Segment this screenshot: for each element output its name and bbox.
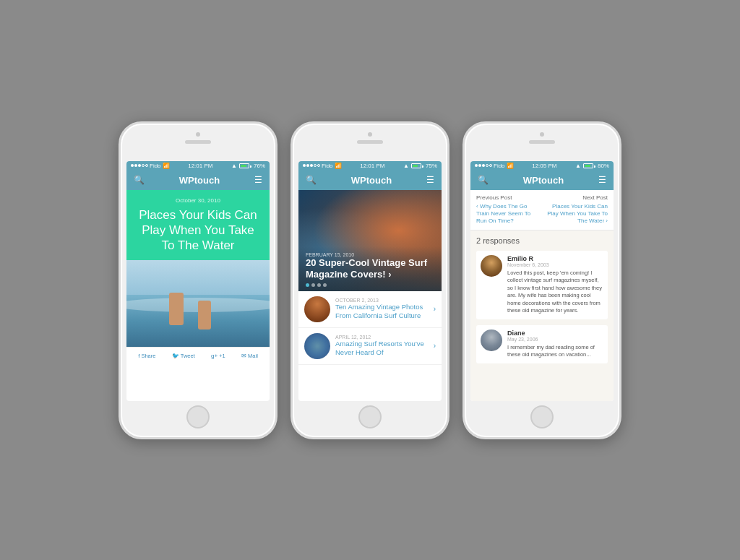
phone3-content: Previous Post ‹ Why Does The Go Train Ne… — [470, 190, 614, 401]
phone-bottom-2 — [358, 405, 382, 428]
d2 — [306, 164, 309, 167]
hero-card[interactable]: February 15, 2010 20 Super-Cool Vintage … — [298, 190, 442, 291]
comment-body-2: Diane May 23, 2006 I remember my dad rea… — [507, 329, 603, 359]
prev-label: Previous Post — [476, 194, 541, 201]
battery-fill-3 — [585, 165, 590, 167]
navbar-1: 🔍 WPtouch ☰ — [126, 171, 270, 190]
list-arrow-1: › — [434, 305, 436, 313]
time-1: 12:01 PM — [188, 163, 212, 169]
menu-icon-2[interactable]: ☰ — [426, 175, 434, 185]
battery-tip-3 — [594, 165, 595, 168]
comment-1: Emilio R November 6, 2003 Loved this pos… — [476, 251, 608, 319]
twitter-label: Tweet — [181, 353, 195, 359]
status-bar-3: Fido 📶 12:05 PM ▲ 80% — [470, 161, 614, 171]
battery-3 — [583, 163, 595, 168]
status-right-3: ▲ 80% — [575, 163, 609, 169]
avatar1-bg — [481, 255, 502, 277]
list-item-2[interactable]: April 12, 2012 Amazing Surf Resorts You'… — [298, 328, 442, 365]
list-item-1[interactable]: October 2, 2013 Ten Amazing Vintage Phot… — [298, 291, 442, 328]
battery-1 — [239, 163, 251, 168]
navbar-title-3: WPtouch — [523, 175, 564, 186]
prev-section: Previous Post ‹ Why Does The Go Train Ne… — [476, 194, 541, 225]
home-button-3[interactable] — [530, 405, 554, 428]
carrier-1: Fido — [150, 163, 161, 169]
next-section: Next Post Places Your Kids Can Play When… — [543, 194, 608, 225]
e2 — [478, 164, 481, 167]
search-icon-1[interactable]: 🔍 — [134, 175, 145, 185]
menu-icon-3[interactable]: ☰ — [598, 175, 606, 185]
screen-2: Fido 📶 12:01 PM ▲ 75% 🔍 — [298, 161, 442, 401]
dot5 — [145, 164, 148, 167]
google-share-button[interactable]: g+ +1 — [211, 353, 225, 359]
list-thumb-2 — [304, 333, 330, 359]
mail-share-button[interactable]: ✉ Mail — [241, 353, 258, 359]
navbar-3: 🔍 WPtouch ☰ — [470, 171, 614, 190]
hero-dot-4 — [323, 283, 327, 287]
search-icon-3[interactable]: 🔍 — [478, 175, 489, 185]
article-title: Places Your Kids Can Play When You Take … — [135, 207, 261, 254]
hero-date: February 15, 2010 — [306, 252, 434, 257]
signal-dots-3 — [475, 164, 492, 167]
avatar2-bg — [481, 329, 502, 351]
facebook-share-button[interactable]: f Share — [138, 353, 155, 359]
wifi-icon-2: 📶 — [335, 163, 342, 169]
comment-body-1: Emilio R November 6, 2003 Loved this pos… — [507, 255, 603, 315]
time-2: 12:01 PM — [360, 163, 384, 169]
prev-next-bar: Previous Post ‹ Why Does The Go Train Ne… — [470, 190, 614, 231]
comment-name-1: Emilio R — [507, 255, 603, 262]
list-title-2: Amazing Surf Resorts You've Never Heard … — [335, 340, 429, 358]
phone-top-3 — [529, 132, 555, 144]
next-link[interactable]: Places Your Kids Can Play When You Take … — [543, 203, 608, 225]
status-bar-2: Fido 📶 12:01 PM ▲ 75% — [298, 161, 442, 171]
water-scene — [126, 260, 270, 347]
twitter-icon: 🐦 — [172, 353, 179, 359]
signal-dots-1 — [131, 164, 148, 167]
share-bar: f Share 🐦 Tweet g+ +1 ✉ Mail — [126, 347, 270, 364]
camera-3 — [540, 132, 544, 137]
menu-icon-1[interactable]: ☰ — [254, 175, 262, 185]
battery-pct-1: 76% — [254, 163, 265, 169]
responses-count: 2 responses — [476, 236, 608, 245]
location-icon-2: ▲ — [403, 163, 409, 169]
comment-text-1: Loved this post, keep 'em coming! I coll… — [507, 270, 603, 315]
battery-body-2 — [411, 163, 421, 168]
hero-dot-3 — [317, 283, 321, 287]
hero-dot-2 — [311, 283, 315, 287]
article-header: October 30, 2010 Places Your Kids Can Pl… — [126, 190, 270, 261]
d1 — [303, 164, 306, 167]
battery-tip-1 — [250, 165, 251, 168]
hero-dot-1 — [306, 283, 309, 287]
home-button-1[interactable] — [186, 405, 210, 428]
hero-dots — [306, 283, 434, 287]
comment-date-1: November 6, 2003 — [507, 262, 603, 267]
e1 — [475, 164, 478, 167]
e4 — [486, 164, 489, 167]
search-icon-2[interactable]: 🔍 — [306, 175, 317, 185]
phone-bottom-1 — [186, 405, 210, 428]
phone-3: Fido 📶 12:05 PM ▲ 80% 🔍 — [462, 121, 621, 439]
screen-3: Fido 📶 12:05 PM ▲ 80% 🔍 — [470, 161, 614, 401]
wifi-icon-1: 📶 — [163, 163, 170, 169]
phones-container: Fido 📶 12:01 PM ▲ 76% 🔍 — [97, 100, 643, 461]
facebook-label: Share — [141, 353, 155, 359]
status-right-1: ▲ 76% — [231, 163, 265, 169]
twitter-share-button[interactable]: 🐦 Tweet — [172, 353, 195, 359]
dot2 — [134, 164, 137, 167]
sky-bg — [126, 260, 270, 299]
status-left-2: Fido 📶 — [303, 163, 342, 169]
d4 — [314, 164, 317, 167]
camera-2 — [368, 132, 372, 137]
prev-link[interactable]: ‹ Why Does The Go Train Never Seem To Ru… — [476, 203, 541, 225]
location-icon-1: ▲ — [231, 163, 237, 169]
phone-top-2 — [357, 132, 383, 144]
comment-text-2: I remember my dad reading some of these … — [507, 344, 603, 359]
wifi-icon-3: 📶 — [507, 163, 514, 169]
responses-section: 2 responses Emilio R November 6, 2003 Lo… — [470, 231, 614, 401]
mail-icon: ✉ — [241, 353, 246, 359]
battery-body-1 — [239, 163, 249, 168]
list-text-2: April 12, 2012 Amazing Surf Resorts You'… — [335, 335, 429, 358]
thumb1-bg — [304, 296, 330, 322]
list-text-1: October 2, 2013 Ten Amazing Vintage Phot… — [335, 298, 429, 321]
home-button-2[interactable] — [358, 405, 382, 428]
navbar-2: 🔍 WPtouch ☰ — [298, 171, 442, 190]
